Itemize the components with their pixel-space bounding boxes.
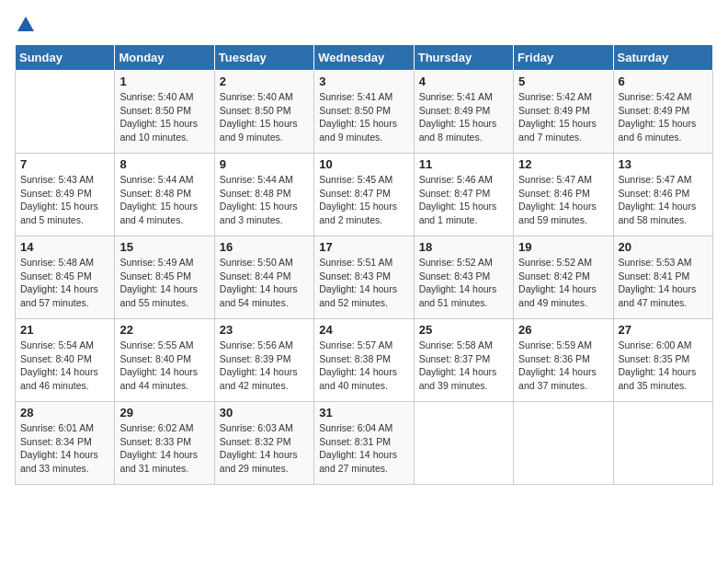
header-day-saturday: Saturday <box>613 45 712 71</box>
day-info: Sunrise: 5:49 AM Sunset: 8:45 PM Dayligh… <box>119 256 209 310</box>
day-number: 20 <box>619 240 708 254</box>
day-info: Sunrise: 5:58 AM Sunset: 8:37 PM Dayligh… <box>419 339 508 393</box>
day-number: 21 <box>20 323 109 337</box>
day-number: 17 <box>319 240 408 254</box>
day-cell: 6Sunrise: 5:42 AM Sunset: 8:49 PM Daylig… <box>613 71 712 154</box>
day-number: 9 <box>220 157 309 171</box>
day-info: Sunrise: 5:48 AM Sunset: 8:45 PM Dayligh… <box>20 256 109 310</box>
day-info: Sunrise: 5:44 AM Sunset: 8:48 PM Dayligh… <box>119 173 209 227</box>
day-cell: 5Sunrise: 5:42 AM Sunset: 8:49 PM Daylig… <box>514 71 613 154</box>
day-cell: 2Sunrise: 5:40 AM Sunset: 8:50 PM Daylig… <box>214 71 313 154</box>
day-number: 22 <box>119 323 209 337</box>
day-number: 11 <box>419 157 508 171</box>
day-number: 29 <box>119 406 209 419</box>
day-cell: 18Sunrise: 5:52 AM Sunset: 8:43 PM Dayli… <box>414 236 513 319</box>
day-info: Sunrise: 6:04 AM Sunset: 8:31 PM Dayligh… <box>319 421 408 476</box>
day-number: 16 <box>220 240 309 254</box>
day-number: 24 <box>319 323 408 337</box>
calendar-table: SundayMondayTuesdayWednesdayThursdayFrid… <box>15 44 713 485</box>
day-info: Sunrise: 6:01 AM Sunset: 8:34 PM Dayligh… <box>20 421 109 476</box>
header-day-wednesday: Wednesday <box>314 45 414 71</box>
header-day-tuesday: Tuesday <box>214 45 313 71</box>
day-info: Sunrise: 6:03 AM Sunset: 8:32 PM Dayligh… <box>220 421 309 476</box>
day-cell: 14Sunrise: 5:48 AM Sunset: 8:45 PM Dayli… <box>16 236 115 319</box>
day-number: 13 <box>619 157 708 171</box>
day-info: Sunrise: 5:51 AM Sunset: 8:43 PM Dayligh… <box>319 256 408 310</box>
day-info: Sunrise: 5:52 AM Sunset: 8:42 PM Dayligh… <box>518 256 608 310</box>
day-info: Sunrise: 5:40 AM Sunset: 8:50 PM Dayligh… <box>220 90 309 144</box>
day-cell <box>414 402 513 485</box>
day-number: 31 <box>319 406 408 419</box>
day-cell: 25Sunrise: 5:58 AM Sunset: 8:37 PM Dayli… <box>414 319 513 402</box>
day-cell: 31Sunrise: 6:04 AM Sunset: 8:31 PM Dayli… <box>314 402 414 485</box>
day-info: Sunrise: 5:46 AM Sunset: 8:47 PM Dayligh… <box>419 173 508 227</box>
day-cell: 16Sunrise: 5:50 AM Sunset: 8:44 PM Dayli… <box>214 236 313 319</box>
day-number: 6 <box>619 75 708 88</box>
calendar-header: SundayMondayTuesdayWednesdayThursdayFrid… <box>16 45 713 71</box>
day-info: Sunrise: 5:57 AM Sunset: 8:38 PM Dayligh… <box>319 339 408 393</box>
day-info: Sunrise: 5:50 AM Sunset: 8:44 PM Dayligh… <box>220 256 309 310</box>
day-cell: 11Sunrise: 5:46 AM Sunset: 8:47 PM Dayli… <box>414 154 513 236</box>
day-cell: 4Sunrise: 5:41 AM Sunset: 8:49 PM Daylig… <box>414 71 513 154</box>
day-number: 28 <box>20 406 109 419</box>
week-row-1: 1Sunrise: 5:40 AM Sunset: 8:50 PM Daylig… <box>16 71 713 154</box>
day-info: Sunrise: 5:45 AM Sunset: 8:47 PM Dayligh… <box>319 173 408 227</box>
day-number: 18 <box>419 240 508 254</box>
day-cell <box>613 402 712 485</box>
day-number: 27 <box>619 323 708 337</box>
day-cell: 13Sunrise: 5:47 AM Sunset: 8:46 PM Dayli… <box>613 154 712 236</box>
day-number: 14 <box>20 240 109 254</box>
day-info: Sunrise: 5:44 AM Sunset: 8:48 PM Dayligh… <box>220 173 309 227</box>
day-number: 12 <box>518 157 608 171</box>
day-cell: 21Sunrise: 5:54 AM Sunset: 8:40 PM Dayli… <box>16 319 115 402</box>
day-info: Sunrise: 5:52 AM Sunset: 8:43 PM Dayligh… <box>419 256 508 310</box>
day-info: Sunrise: 5:59 AM Sunset: 8:36 PM Dayligh… <box>518 339 608 393</box>
day-info: Sunrise: 5:42 AM Sunset: 8:49 PM Dayligh… <box>518 90 608 144</box>
day-cell: 22Sunrise: 5:55 AM Sunset: 8:40 PM Dayli… <box>115 319 214 402</box>
day-number: 7 <box>20 157 109 171</box>
header-day-friday: Friday <box>514 45 613 71</box>
day-cell <box>16 71 115 154</box>
day-cell: 9Sunrise: 5:44 AM Sunset: 8:48 PM Daylig… <box>214 154 313 236</box>
day-number: 30 <box>220 406 309 419</box>
day-cell: 7Sunrise: 5:43 AM Sunset: 8:49 PM Daylig… <box>16 154 115 236</box>
day-info: Sunrise: 5:43 AM Sunset: 8:49 PM Dayligh… <box>20 173 109 227</box>
day-number: 25 <box>419 323 508 337</box>
day-info: Sunrise: 5:54 AM Sunset: 8:40 PM Dayligh… <box>20 339 109 393</box>
day-cell: 10Sunrise: 5:45 AM Sunset: 8:47 PM Dayli… <box>314 154 414 236</box>
day-cell: 8Sunrise: 5:44 AM Sunset: 8:48 PM Daylig… <box>115 154 214 236</box>
week-row-3: 14Sunrise: 5:48 AM Sunset: 8:45 PM Dayli… <box>16 236 713 319</box>
day-info: Sunrise: 5:41 AM Sunset: 8:49 PM Dayligh… <box>419 90 508 144</box>
day-cell: 30Sunrise: 6:03 AM Sunset: 8:32 PM Dayli… <box>214 402 313 485</box>
day-cell: 17Sunrise: 5:51 AM Sunset: 8:43 PM Dayli… <box>314 236 414 319</box>
calendar-body: 1Sunrise: 5:40 AM Sunset: 8:50 PM Daylig… <box>16 71 713 485</box>
day-number: 15 <box>119 240 209 254</box>
page-header <box>15 15 713 35</box>
day-cell: 19Sunrise: 5:52 AM Sunset: 8:42 PM Dayli… <box>514 236 613 319</box>
day-number: 26 <box>518 323 608 337</box>
day-info: Sunrise: 5:53 AM Sunset: 8:41 PM Dayligh… <box>619 256 708 310</box>
week-row-2: 7Sunrise: 5:43 AM Sunset: 8:49 PM Daylig… <box>16 154 713 236</box>
day-number: 19 <box>518 240 608 254</box>
day-cell: 24Sunrise: 5:57 AM Sunset: 8:38 PM Dayli… <box>314 319 414 402</box>
day-info: Sunrise: 5:42 AM Sunset: 8:49 PM Dayligh… <box>619 90 708 144</box>
day-cell: 15Sunrise: 5:49 AM Sunset: 8:45 PM Dayli… <box>115 236 214 319</box>
day-number: 23 <box>220 323 309 337</box>
week-row-5: 28Sunrise: 6:01 AM Sunset: 8:34 PM Dayli… <box>16 402 713 485</box>
day-info: Sunrise: 5:56 AM Sunset: 8:39 PM Dayligh… <box>220 339 309 393</box>
day-cell: 29Sunrise: 6:02 AM Sunset: 8:33 PM Dayli… <box>115 402 214 485</box>
day-info: Sunrise: 5:47 AM Sunset: 8:46 PM Dayligh… <box>518 173 608 227</box>
day-number: 2 <box>220 75 309 88</box>
logo-triangle-icon <box>16 15 36 35</box>
day-cell <box>514 402 613 485</box>
day-info: Sunrise: 6:02 AM Sunset: 8:33 PM Dayligh… <box>119 421 209 476</box>
day-cell: 23Sunrise: 5:56 AM Sunset: 8:39 PM Dayli… <box>214 319 313 402</box>
day-info: Sunrise: 5:55 AM Sunset: 8:40 PM Dayligh… <box>119 339 209 393</box>
header-day-monday: Monday <box>115 45 214 71</box>
header-row: SundayMondayTuesdayWednesdayThursdayFrid… <box>16 45 713 71</box>
day-number: 8 <box>119 157 209 171</box>
day-number: 5 <box>518 75 608 88</box>
day-number: 3 <box>319 75 408 88</box>
day-info: Sunrise: 5:41 AM Sunset: 8:50 PM Dayligh… <box>319 90 408 144</box>
logo <box>15 15 39 35</box>
